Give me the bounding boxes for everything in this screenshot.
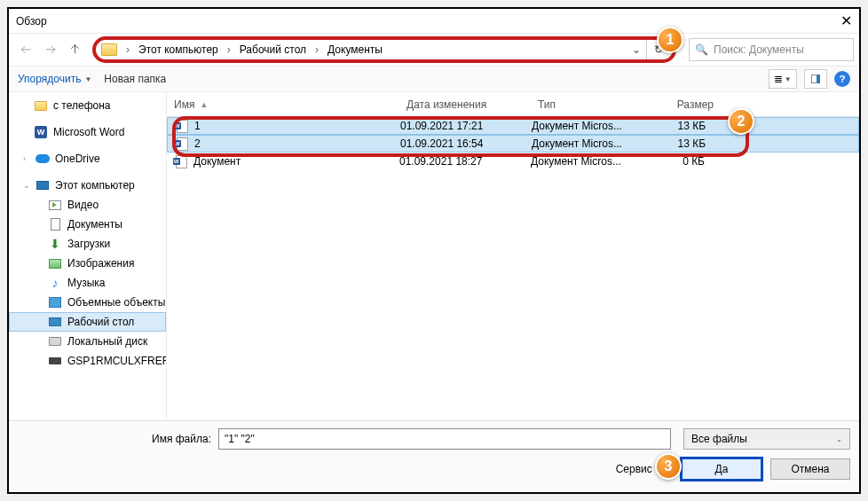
address-bar[interactable]: › Этот компьютер › Рабочий стол › Докуме… [92,36,676,63]
images-icon [49,259,61,269]
column-header-date[interactable]: Дата изменения [399,98,531,111]
ok-button[interactable]: Да [682,458,761,480]
sidebar-item[interactable]: Документы [9,215,166,234]
column-header-name[interactable]: Имя ▲ [167,98,399,111]
sidebar-item[interactable]: с телефона [9,96,166,115]
filename-input[interactable] [218,428,671,450]
video-icon [49,200,61,210]
path-segment[interactable]: Документы [324,42,386,58]
sidebar-item[interactable]: ♪Музыка [9,273,166,293]
annotation-badge: 3 [655,453,682,480]
close-icon[interactable]: ✕ [840,12,852,29]
toolbar: Упорядочить ▼ Новая папка ≣ ▼ ? [9,66,859,92]
sidebar-item[interactable]: ›OneDrive [9,149,166,168]
bottom-panel: Имя файла: Все файлы⌄ Сервис ▼ Да Отмена [9,420,859,491]
list-item[interactable]: 1 01.09.2021 17:21 Документ Micros... 13… [167,117,859,135]
sidebar-item-desktop[interactable]: Рабочий стол [9,312,166,332]
annotation-badge: 1 [657,27,683,53]
sidebar-item[interactable]: Видео [9,195,166,215]
desktop-icon [49,317,61,326]
document-icon [51,218,60,231]
chevron-right-icon[interactable]: › [122,43,133,56]
search-placeholder: Поиск: Документы [714,43,804,56]
sidebar-item[interactable]: GSP1RMCULXFRER_RU_DVD [9,351,166,371]
preview-pane-button[interactable] [804,69,827,89]
word-file-icon [176,155,187,168]
organize-menu[interactable]: Упорядочить ▼ [18,73,91,85]
sidebar: с телефона Microsoft Word ›OneDrive ⌄Это… [9,92,167,420]
list-item[interactable]: Документ 01.09.2021 18:27 Документ Micro… [167,153,859,170]
sidebar-item[interactable]: ⬇Загрузки [9,234,166,254]
download-icon: ⬇ [48,237,62,251]
usb-icon [49,357,61,364]
path-segment[interactable]: Рабочий стол [236,42,310,58]
titlebar: Обзор ✕ [9,9,859,34]
forward-button: 🡢 [39,38,62,61]
chevron-right-icon[interactable]: › [312,43,322,56]
sidebar-item[interactable]: Объемные объекты [9,293,166,312]
file-dialog: Обзор ✕ 🡠 🡢 🡡 › Этот компьютер › Рабочий… [7,7,861,494]
new-folder-button[interactable]: Новая папка [104,73,166,85]
up-button[interactable]: 🡡 [64,38,87,61]
cancel-button[interactable]: Отмена [770,458,850,480]
sidebar-item[interactable]: Microsoft Word [9,122,166,142]
search-icon: 🔍 [695,43,708,56]
column-header-size[interactable]: Размер [644,98,721,111]
path-segment[interactable]: Этот компьютер [135,42,222,58]
chevron-down-icon: ⌄ [836,435,842,443]
folder-icon [101,43,117,56]
music-icon: ♪ [48,276,62,290]
help-icon[interactable]: ? [834,71,850,87]
word-file-icon [177,137,188,151]
list-item[interactable]: 2 01.09.2021 16:54 Документ Micros... 13… [167,135,859,153]
list-header: Имя ▲ Дата изменения Тип Размер [167,92,859,117]
filename-label: Имя файла: [18,433,211,445]
sidebar-item[interactable]: Локальный диск [9,332,166,351]
window-title: Обзор [16,15,47,27]
word-file-icon [177,120,188,133]
pc-icon [36,181,49,190]
sidebar-item[interactable]: Изображения [9,254,166,273]
sidebar-item-this-pc[interactable]: ⌄Этот компьютер [9,176,166,195]
file-list: Имя ▲ Дата изменения Тип Размер 1 01.09.… [167,92,859,420]
nav-row: 🡠 🡢 🡡 › Этот компьютер › Рабочий стол › … [9,34,859,66]
cloud-icon [36,154,50,163]
chevron-down-icon[interactable]: ⌄ [627,43,646,56]
back-button[interactable]: 🡠 [14,38,37,61]
column-header-type[interactable]: Тип [531,98,644,111]
search-input[interactable]: 🔍 Поиск: Документы [689,38,854,61]
3d-objects-icon [49,297,61,308]
word-icon [35,126,47,138]
folder-icon [35,101,47,111]
dialog-body: с телефона Microsoft Word ›OneDrive ⌄Это… [9,92,859,420]
filetype-filter[interactable]: Все файлы⌄ [683,428,850,450]
chevron-right-icon[interactable]: › [224,43,234,56]
view-options-button[interactable]: ≣ ▼ [769,69,797,89]
annotation-badge: 2 [728,108,754,135]
disk-icon [49,337,61,346]
sort-asc-icon: ▲ [200,100,208,109]
